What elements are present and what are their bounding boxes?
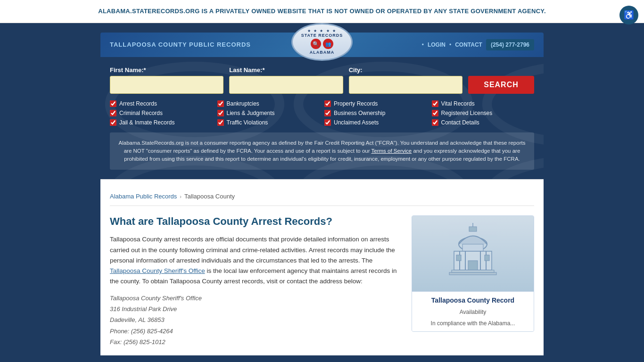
site-title: TALLAPOOSA COUNTY PUBLIC RECORDS (110, 41, 251, 48)
tos-link[interactable]: Terms of Service (372, 148, 412, 154)
first-name-group: First Name:* (110, 66, 223, 94)
disclaimer: Alabama.StateRecords.org is not a consum… (110, 132, 534, 170)
address-office: Tallapoosa County Sheriff's Office (110, 293, 402, 304)
checkbox-item: Traffic Violations (217, 119, 320, 126)
city-input[interactable] (349, 76, 462, 94)
checkbox-vital-records[interactable] (432, 100, 438, 107)
header-nav: • LOGIN • CONTACT (254) 277-2796 (422, 39, 534, 50)
svg-rect-10 (452, 270, 494, 272)
svg-rect-13 (485, 255, 489, 261)
checkbox-business-ownership[interactable] (324, 110, 331, 116)
logo-icons: 🔍 👥 (311, 39, 333, 49)
checkbox-label: Contact Details (441, 119, 479, 126)
breadcrumb-separator: › (180, 194, 182, 199)
checkbox-item: Unclaimed Assets (324, 119, 427, 126)
article-body: Tallapoosa County arrest records are off… (110, 234, 402, 347)
search-button[interactable]: SEARCH (468, 76, 534, 94)
sidebar-card-subtitle2: In compliance with the Alabama... (412, 320, 534, 331)
contact-link[interactable]: CONTACT (455, 41, 482, 48)
logo-state: ALABAMA (310, 50, 335, 55)
first-name-input[interactable] (110, 76, 223, 94)
content-area: Alabama Public Records › Tallapoosa Coun… (100, 179, 544, 355)
top-banner: ALABAMA.STATERECORDS.ORG IS A PRIVATELY … (0, 0, 644, 23)
address-city-state-zip: Dadeville, AL 36853 (110, 314, 402, 325)
main-content: What are Tallapoosa County Arrest Record… (110, 215, 402, 347)
sidebar-card-title: Tallapoosa County Record (412, 291, 534, 309)
checkbox-label: Criminal Records (119, 110, 163, 116)
checkbox-jail-&-inmate-records[interactable] (110, 119, 116, 126)
phone-number: (254) 277-2796 (486, 39, 534, 50)
checkbox-property-records[interactable] (324, 100, 331, 107)
checkbox-label: Bankruptcies (227, 100, 259, 107)
checkbox-label: Arrest Records (119, 100, 157, 107)
login-link[interactable]: LOGIN (428, 41, 446, 48)
svg-rect-11 (449, 272, 496, 275)
svg-rect-3 (462, 244, 483, 251)
two-col-layout: What are Tallapoosa County Arrest Record… (110, 215, 534, 347)
checkbox-label: Registered Licenses (441, 110, 493, 116)
sidebar: Tallapoosa County Record Availability In… (412, 215, 534, 347)
checkbox-criminal-records[interactable] (110, 110, 116, 116)
header-card: TALLAPOOSA COUNTY PUBLIC RECORDS ★ ★ ★ ★… (100, 33, 544, 57)
checkbox-label: Vital Records (441, 100, 475, 107)
first-name-label: First Name:* (110, 66, 223, 74)
search-form: First Name:* Last Name:* City: SEARCH Ar… (100, 57, 544, 180)
checkboxes-grid: Arrest RecordsBankruptciesProperty Recor… (110, 100, 534, 126)
checkbox-item: Registered Licenses (432, 110, 535, 116)
breadcrumb: Alabama Public Records › Tallapoosa Coun… (110, 187, 534, 206)
accessibility-button[interactable]: ♿ (619, 6, 638, 25)
logo-container: ★ ★ ★ ★ ★ STATE RECORDS 🔍 👥 ALABAMA (291, 23, 353, 61)
checkbox-contact-details[interactable] (432, 119, 438, 126)
nav-dot2: • (449, 41, 451, 48)
svg-rect-12 (456, 255, 461, 261)
last-name-label: Last Name:* (229, 66, 343, 74)
checkbox-item: Liens & Judgments (217, 110, 320, 116)
article-heading: What are Tallapoosa County Arrest Record… (110, 215, 402, 228)
building-illustration (426, 218, 520, 289)
address-phone: Phone: (256) 825-4264 (110, 326, 402, 337)
svg-rect-1 (469, 227, 477, 231)
last-name-group: Last Name:* (229, 66, 343, 94)
people-icon: 👥 (323, 39, 333, 49)
banner-text: ALABAMA.STATERECORDS.ORG IS A PRIVATELY … (28, 7, 616, 16)
address-fax: Fax: (256) 825-1012 (110, 337, 402, 347)
checkbox-item: Contact Details (432, 119, 535, 126)
city-group: City: (349, 66, 462, 94)
checkbox-label: Unclaimed Assets (334, 119, 379, 126)
checkbox-item: Business Ownership (324, 110, 427, 116)
breadcrumb-link1[interactable]: Alabama Public Records (110, 193, 177, 200)
checkbox-traffic-violations[interactable] (217, 119, 224, 126)
checkbox-item: Vital Records (432, 100, 535, 107)
checkbox-label: Liens & Judgments (227, 110, 275, 116)
checkbox-registered-licenses[interactable] (432, 110, 438, 116)
checkbox-label: Business Ownership (334, 110, 385, 116)
checkbox-bankruptcies[interactable] (217, 100, 224, 107)
article-text1: Tallapoosa County arrest records are off… (110, 236, 395, 264)
checkbox-item: Arrest Records (110, 100, 213, 107)
checkbox-item: Criminal Records (110, 110, 213, 116)
logo-title: STATE RECORDS (301, 33, 343, 38)
checkbox-label: Property Records (334, 100, 378, 107)
checkbox-arrest-records[interactable] (110, 100, 116, 107)
svg-rect-9 (468, 261, 478, 270)
address-street: 316 Industrial Park Drive (110, 304, 402, 314)
sidebar-image (412, 216, 534, 291)
checkbox-label: Jail & Inmate Records (119, 119, 174, 126)
main-wrapper: TALLAPOOSA COUNTY PUBLIC RECORDS ★ ★ ★ ★… (96, 23, 548, 362)
logo-stars: ★ ★ ★ ★ ★ (307, 29, 337, 33)
checkbox-unclaimed-assets[interactable] (324, 119, 331, 126)
sidebar-card: Tallapoosa County Record Availability In… (412, 215, 534, 332)
last-name-input[interactable] (229, 76, 343, 94)
nav-dot1: • (422, 41, 424, 48)
city-label: City: (349, 66, 462, 74)
article-address: Tallapoosa County Sheriff's Office 316 I… (110, 293, 402, 348)
breadcrumb-current: Tallapoosa County (184, 193, 235, 200)
logo-oval: ★ ★ ★ ★ ★ STATE RECORDS 🔍 👥 ALABAMA (291, 23, 353, 61)
checkbox-label: Traffic Violations (227, 119, 268, 126)
search-fields: First Name:* Last Name:* City: SEARCH (110, 66, 534, 94)
checkbox-item: Jail & Inmate Records (110, 119, 213, 126)
article-paragraph1: Tallapoosa County arrest records are off… (110, 234, 402, 287)
checkbox-item: Bankruptcies (217, 100, 320, 107)
sheriffs-office-link[interactable]: Tallapoosa County Sheriff's Office (110, 267, 205, 274)
checkbox-liens-&-judgments[interactable] (217, 110, 224, 116)
